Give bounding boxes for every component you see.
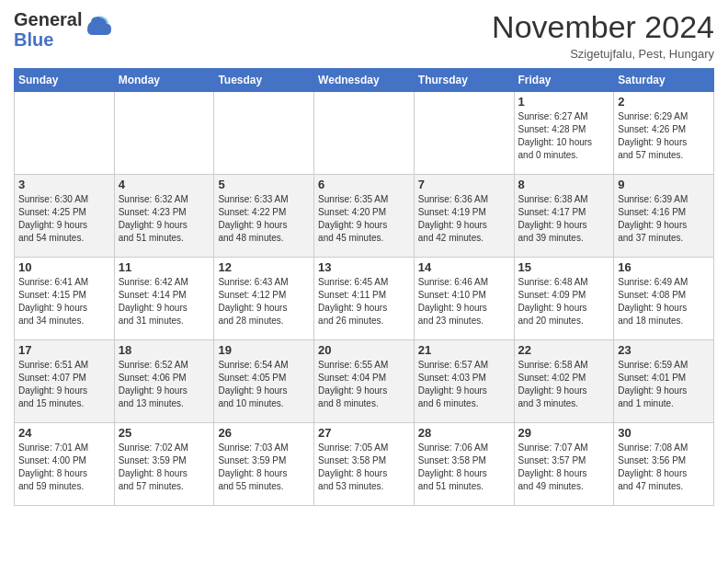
day-info: Sunrise: 6:42 AM Sunset: 4:14 PM Dayligh… (119, 276, 210, 327)
day-number: 17 (18, 343, 110, 357)
day-info: Sunrise: 6:59 AM Sunset: 4:01 PM Dayligh… (618, 359, 710, 410)
calendar-week-row: 10Sunrise: 6:41 AM Sunset: 4:15 PM Dayli… (15, 258, 714, 340)
day-info: Sunrise: 6:57 AM Sunset: 4:03 PM Dayligh… (418, 359, 510, 410)
day-number: 19 (218, 343, 310, 357)
calendar-cell: 11Sunrise: 6:42 AM Sunset: 4:14 PM Dayli… (114, 258, 214, 340)
day-number: 20 (318, 343, 410, 357)
logo-general: General (14, 9, 82, 29)
day-number: 13 (318, 260, 410, 274)
location-subtitle: Szigetujfalu, Pest, Hungary (492, 47, 714, 61)
calendar-cell: 6Sunrise: 6:35 AM Sunset: 4:20 PM Daylig… (314, 175, 415, 258)
day-info: Sunrise: 6:52 AM Sunset: 4:06 PM Dayligh… (119, 359, 210, 410)
day-info: Sunrise: 6:55 AM Sunset: 4:04 PM Dayligh… (318, 359, 410, 410)
calendar-cell: 1Sunrise: 6:27 AM Sunset: 4:28 PM Daylig… (514, 92, 614, 175)
day-number: 22 (518, 343, 610, 357)
day-info: Sunrise: 6:54 AM Sunset: 4:05 PM Dayligh… (218, 359, 310, 410)
day-info: Sunrise: 6:51 AM Sunset: 4:07 PM Dayligh… (18, 359, 110, 410)
day-info: Sunrise: 6:41 AM Sunset: 4:15 PM Dayligh… (18, 276, 110, 327)
day-info: Sunrise: 6:45 AM Sunset: 4:11 PM Dayligh… (318, 276, 410, 327)
day-info: Sunrise: 6:48 AM Sunset: 4:09 PM Dayligh… (518, 276, 610, 327)
day-number: 25 (119, 426, 210, 440)
calendar-cell: 14Sunrise: 6:46 AM Sunset: 4:10 PM Dayli… (414, 258, 514, 340)
page-container: General Blue November 2024 Szigetujfalu,… (0, 0, 728, 515)
calendar-table: Sunday Monday Tuesday Wednesday Thursday… (14, 68, 714, 506)
day-number: 24 (18, 426, 110, 440)
col-monday: Monday (114, 69, 214, 92)
day-info: Sunrise: 6:33 AM Sunset: 4:22 PM Dayligh… (218, 193, 310, 245)
calendar-cell: 13Sunrise: 6:45 AM Sunset: 4:11 PM Dayli… (314, 258, 415, 340)
day-number: 8 (518, 178, 610, 191)
calendar-cell: 29Sunrise: 7:07 AM Sunset: 3:57 PM Dayli… (514, 423, 614, 506)
day-number: 11 (119, 260, 210, 274)
day-number: 30 (618, 426, 710, 440)
day-number: 15 (518, 260, 610, 274)
calendar-week-row: 24Sunrise: 7:01 AM Sunset: 4:00 PM Dayli… (15, 423, 714, 506)
day-number: 12 (218, 260, 310, 274)
calendar-cell: 21Sunrise: 6:57 AM Sunset: 4:03 PM Dayli… (414, 340, 514, 423)
day-info: Sunrise: 7:05 AM Sunset: 3:58 PM Dayligh… (318, 442, 410, 493)
day-info: Sunrise: 6:39 AM Sunset: 4:16 PM Dayligh… (618, 193, 710, 245)
day-info: Sunrise: 6:27 AM Sunset: 4:28 PM Dayligh… (518, 110, 610, 162)
day-info: Sunrise: 6:43 AM Sunset: 4:12 PM Dayligh… (218, 276, 310, 327)
day-info: Sunrise: 7:07 AM Sunset: 3:57 PM Dayligh… (518, 442, 610, 493)
day-number: 4 (119, 178, 210, 191)
calendar-cell: 28Sunrise: 7:06 AM Sunset: 3:58 PM Dayli… (414, 423, 514, 506)
calendar-cell: 3Sunrise: 6:30 AM Sunset: 4:25 PM Daylig… (15, 175, 115, 258)
calendar-cell: 16Sunrise: 6:49 AM Sunset: 4:08 PM Dayli… (614, 258, 714, 340)
calendar-cell: 7Sunrise: 6:36 AM Sunset: 4:19 PM Daylig… (414, 175, 514, 258)
logo-text: General Blue (14, 9, 82, 50)
day-number: 23 (618, 343, 710, 357)
col-wednesday: Wednesday (314, 69, 415, 92)
day-info: Sunrise: 6:49 AM Sunset: 4:08 PM Dayligh… (618, 276, 710, 327)
day-number: 16 (618, 260, 710, 274)
day-number: 9 (618, 178, 710, 191)
calendar-header-row: Sunday Monday Tuesday Wednesday Thursday… (15, 69, 714, 92)
day-number: 26 (218, 426, 310, 440)
calendar-cell (414, 92, 514, 175)
day-info: Sunrise: 6:30 AM Sunset: 4:25 PM Dayligh… (18, 193, 110, 245)
day-info: Sunrise: 6:46 AM Sunset: 4:10 PM Dayligh… (418, 276, 510, 327)
calendar-cell: 18Sunrise: 6:52 AM Sunset: 4:06 PM Dayli… (114, 340, 214, 423)
day-info: Sunrise: 6:32 AM Sunset: 4:23 PM Dayligh… (119, 193, 210, 245)
calendar-cell (114, 92, 214, 175)
calendar-cell: 12Sunrise: 6:43 AM Sunset: 4:12 PM Dayli… (214, 258, 314, 340)
calendar-week-row: 1Sunrise: 6:27 AM Sunset: 4:28 PM Daylig… (15, 92, 714, 175)
col-sunday: Sunday (15, 69, 115, 92)
day-info: Sunrise: 7:02 AM Sunset: 3:59 PM Dayligh… (119, 442, 210, 493)
calendar-cell (15, 92, 115, 175)
day-info: Sunrise: 6:36 AM Sunset: 4:19 PM Dayligh… (418, 193, 510, 245)
day-info: Sunrise: 7:06 AM Sunset: 3:58 PM Dayligh… (418, 442, 510, 493)
calendar-cell: 24Sunrise: 7:01 AM Sunset: 4:00 PM Dayli… (15, 423, 115, 506)
day-info: Sunrise: 7:03 AM Sunset: 3:59 PM Dayligh… (218, 442, 310, 493)
day-info: Sunrise: 6:35 AM Sunset: 4:20 PM Dayligh… (318, 193, 410, 245)
calendar-week-row: 3Sunrise: 6:30 AM Sunset: 4:25 PM Daylig… (15, 175, 714, 258)
day-number: 3 (18, 178, 110, 191)
page-header: General Blue November 2024 Szigetujfalu,… (14, 9, 714, 61)
calendar-cell: 4Sunrise: 6:32 AM Sunset: 4:23 PM Daylig… (114, 175, 214, 258)
day-number: 18 (119, 343, 210, 357)
calendar-cell: 26Sunrise: 7:03 AM Sunset: 3:59 PM Dayli… (214, 423, 314, 506)
calendar-cell (214, 92, 314, 175)
calendar-cell: 19Sunrise: 6:54 AM Sunset: 4:05 PM Dayli… (214, 340, 314, 423)
col-tuesday: Tuesday (214, 69, 314, 92)
col-saturday: Saturday (614, 69, 714, 92)
title-section: November 2024 Szigetujfalu, Pest, Hungar… (492, 9, 714, 61)
day-number: 10 (18, 260, 110, 274)
calendar-week-row: 17Sunrise: 6:51 AM Sunset: 4:07 PM Dayli… (15, 340, 714, 423)
day-info: Sunrise: 6:38 AM Sunset: 4:17 PM Dayligh… (518, 193, 610, 245)
day-number: 14 (418, 260, 510, 274)
day-number: 2 (618, 95, 710, 109)
calendar-cell: 23Sunrise: 6:59 AM Sunset: 4:01 PM Dayli… (614, 340, 714, 423)
calendar-cell: 8Sunrise: 6:38 AM Sunset: 4:17 PM Daylig… (514, 175, 614, 258)
day-info: Sunrise: 7:01 AM Sunset: 4:00 PM Dayligh… (18, 442, 110, 493)
day-info: Sunrise: 6:58 AM Sunset: 4:02 PM Dayligh… (518, 359, 610, 410)
month-title: November 2024 (492, 9, 714, 45)
calendar-cell: 30Sunrise: 7:08 AM Sunset: 3:56 PM Dayli… (614, 423, 714, 506)
day-number: 29 (518, 426, 610, 440)
calendar-cell: 17Sunrise: 6:51 AM Sunset: 4:07 PM Dayli… (15, 340, 115, 423)
day-number: 5 (218, 178, 310, 191)
calendar-cell: 10Sunrise: 6:41 AM Sunset: 4:15 PM Dayli… (15, 258, 115, 340)
day-number: 28 (418, 426, 510, 440)
calendar-cell: 22Sunrise: 6:58 AM Sunset: 4:02 PM Dayli… (514, 340, 614, 423)
day-info: Sunrise: 7:08 AM Sunset: 3:56 PM Dayligh… (618, 442, 710, 493)
